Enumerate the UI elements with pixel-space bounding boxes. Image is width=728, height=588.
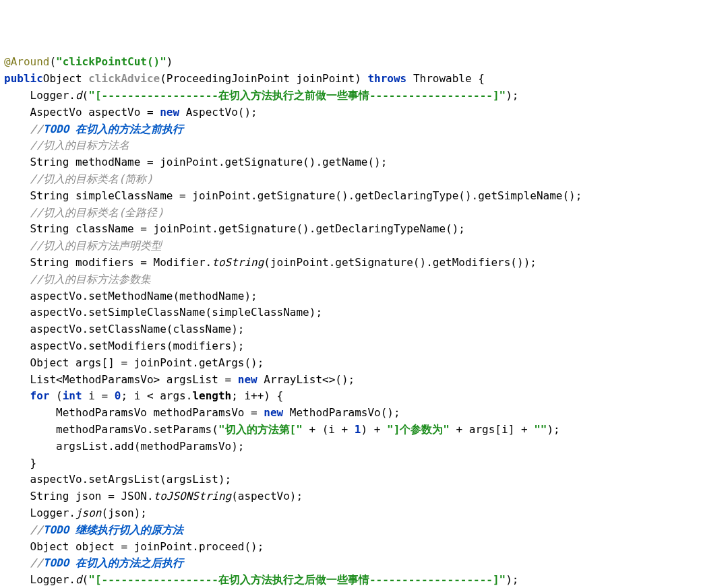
line-argslist-new: List<MethodParamsVo> argsList = new Arra… — [4, 373, 355, 386]
todo-after: TODO 在切入的方法之后执行 — [43, 556, 183, 569]
line-todo-proceed: //TODO 继续执行切入的原方法 — [4, 523, 183, 536]
text: ); — [506, 573, 518, 586]
line-methodparamsvo-new: MethodParamsVo methodParamsVo = new Meth… — [4, 406, 400, 419]
line-comment-simpleclassname: //切入的目标类名(简称) — [4, 172, 153, 185]
text: ); — [506, 89, 518, 102]
line-logger-before: Logger.d("[------------------在切入方法执行之前做一… — [4, 89, 518, 102]
text: MethodParamsVo(); — [283, 406, 400, 419]
todo-proceed: TODO 继续执行切入的原方法 — [43, 523, 183, 536]
line-set-argslist: aspectVo.setArgsList(argsList); — [4, 473, 231, 486]
text: + args[i] + — [450, 423, 534, 436]
line-set-modifiers: aspectVo.setModifiers(modifiers); — [4, 339, 244, 352]
line-todo-before: //TODO 在切入的方法之前执行 — [4, 123, 183, 135]
text: List<MethodParamsVo> argsList = — [4, 373, 238, 386]
text: String json = JSON. — [4, 490, 154, 502]
line-comment-methodname: //切入的目标方法名 — [4, 139, 129, 152]
line-logger-json: Logger.json(json); — [4, 507, 147, 519]
text: AspectVo aspectVo = — [4, 106, 160, 119]
keyword-throws: throws — [367, 72, 406, 85]
string-param-suffix: "]个参数为" — [387, 423, 450, 436]
string-after: "[------------------在切入方法执行之后做一些事情------… — [88, 573, 506, 586]
text: i = — [82, 389, 115, 402]
keyword-new: new — [264, 406, 283, 419]
static-method-d: d — [75, 89, 82, 102]
text: String modifiers = Modifier. — [4, 256, 212, 269]
line-simpleclassname: String simpleClassName = joinPoint.getSi… — [4, 189, 582, 202]
comment-slash: // — [4, 123, 43, 135]
line-for: for (int i = 0; i < args.length; i++) { — [4, 389, 283, 402]
paren-open: ( — [49, 55, 56, 68]
comment-slash: // — [4, 523, 43, 536]
line-modifiers: String modifiers = Modifier.toString(joi… — [4, 256, 537, 269]
text: ( — [82, 89, 89, 102]
line-todo-after: //TODO 在切入的方法之后执行 — [4, 556, 183, 569]
keyword-public: public — [4, 72, 43, 85]
keyword-int: int — [63, 389, 82, 402]
text: (aspectVo); — [231, 490, 303, 502]
line-aspectvo-new: AspectVo aspectVo = new AspectVo(); — [4, 106, 257, 119]
keyword-for: for — [30, 389, 50, 402]
line-comment-args: //切入的目标方法参数集 — [4, 273, 151, 286]
literal-zero: 0 — [115, 389, 121, 402]
line-set-methodname: aspectVo.setMethodName(methodName); — [4, 290, 257, 302]
paren-close: ) — [166, 55, 173, 68]
literal-one: 1 — [355, 423, 361, 436]
text: (joinPoint.getSignature().getModifiers()… — [264, 256, 537, 269]
line-annotation: @Around("clickPointCut()") — [4, 55, 173, 68]
text: ); — [547, 423, 559, 436]
static-method-json: json — [75, 507, 102, 519]
line-for-close: } — [4, 457, 36, 469]
keyword-new: new — [160, 106, 179, 119]
text: Logger. — [4, 89, 75, 102]
line-method-signature: publicObject clickAdvice(ProceedingJoinP… — [4, 72, 485, 85]
text: AspectVo(); — [179, 106, 257, 119]
static-method-tostring: toString — [212, 256, 264, 269]
return-type: Object — [43, 72, 88, 85]
line-set-classname: aspectVo.setClassName(className); — [4, 323, 244, 335]
text: ; i < args. — [121, 389, 192, 402]
throws-type: Throwable { — [406, 72, 485, 85]
text: + (i + — [303, 423, 355, 436]
static-method-d: d — [75, 573, 82, 586]
text — [4, 389, 30, 402]
line-methodname: String methodName = joinPoint.getSignatu… — [4, 156, 387, 168]
text: Logger. — [4, 507, 75, 519]
string-before: "[------------------在切入方法执行之前做一些事情------… — [88, 89, 506, 102]
text: methodParamsVo.setParams( — [4, 423, 218, 436]
annotation-arg: "clickPointCut()" — [56, 55, 166, 68]
comment-slash: // — [4, 556, 43, 569]
line-logger-after: Logger.d("[------------------在切入方法执行之后做一… — [4, 573, 518, 586]
line-proceed: Object object = joinPoint.proceed(); — [4, 540, 264, 553]
text: ArrayList<>(); — [257, 373, 355, 386]
method-name: clickAdvice — [88, 72, 160, 85]
text: ( — [49, 389, 62, 402]
field-length: length — [192, 389, 231, 402]
annotation-name: @Around — [4, 55, 49, 68]
line-set-simpleclassname: aspectVo.setSimpleClassName(simpleClassN… — [4, 306, 322, 319]
text: ) + — [361, 423, 388, 436]
line-classname: String className = joinPoint.getSignatur… — [4, 222, 465, 235]
line-comment-classname: //切入的目标类名(全路径) — [4, 206, 164, 219]
line-json-tostring: String json = JSON.toJSONString(aspectVo… — [4, 490, 303, 502]
text: Logger. — [4, 573, 75, 586]
text: MethodParamsVo methodParamsVo = — [4, 406, 264, 419]
code-block: @Around("clickPointCut()") publicObject … — [4, 54, 724, 588]
line-setparams: methodParamsVo.setParams("切入的方法第[" + (i … — [4, 423, 560, 436]
line-argslist-add: argsList.add(methodParamsVo); — [4, 440, 244, 453]
string-empty: "" — [534, 423, 547, 436]
static-method-tojsonstring: toJSONString — [154, 490, 232, 502]
text: ; i++) { — [231, 389, 283, 402]
text: ( — [82, 573, 89, 586]
text: (json); — [102, 507, 147, 519]
todo-before: TODO 在切入的方法之前执行 — [43, 123, 183, 135]
line-getargs: Object args[] = joinPoint.getArgs(); — [4, 356, 264, 369]
method-params: (ProceedingJoinPoint joinPoint) — [160, 72, 367, 85]
keyword-new: new — [238, 373, 257, 386]
string-param-prefix: "切入的方法第[" — [218, 423, 303, 436]
line-comment-modifiers: //切入的目标方法声明类型 — [4, 239, 162, 252]
